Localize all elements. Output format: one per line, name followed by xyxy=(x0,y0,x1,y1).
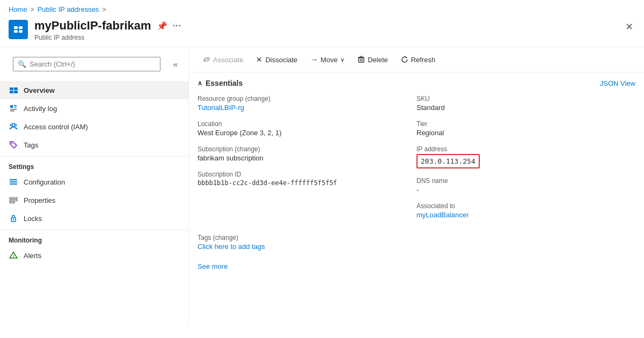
svg-point-19 xyxy=(13,219,14,220)
tier-item: Tier Regional xyxy=(416,117,635,142)
svg-rect-1 xyxy=(14,105,17,106)
search-input[interactable] xyxy=(30,60,156,68)
subscription-item: Subscription (change) fabrikam subscript… xyxy=(197,142,416,167)
collapse-sidebar-button[interactable]: « xyxy=(169,57,182,71)
overview-icon xyxy=(9,85,18,95)
access-control-icon xyxy=(9,122,18,131)
associated-to-label: Associated to xyxy=(416,202,635,210)
page-header: myPublicIP-fabrikam 📌 ··· Public IP addr… xyxy=(0,17,644,47)
svg-marker-30 xyxy=(406,56,407,58)
essentials-chevron-icon: ∧ xyxy=(197,79,202,87)
tier-value: Regional xyxy=(416,129,635,137)
sidebar-item-activity-log[interactable]: Activity log xyxy=(0,99,188,117)
associated-to-item: Associated to myLoadBalancer xyxy=(416,199,635,224)
sidebar-item-configuration[interactable]: Configuration xyxy=(0,173,188,191)
svg-rect-13 xyxy=(14,181,15,183)
breadcrumb-sep1: > xyxy=(31,6,34,13)
svg-rect-15 xyxy=(10,197,17,199)
sku-item: SKU Standard xyxy=(416,92,635,117)
svg-rect-2 xyxy=(14,107,17,108)
associated-to-value[interactable]: myLoadBalancer xyxy=(416,211,469,219)
location-label: Location xyxy=(197,120,416,128)
associate-label: Associate xyxy=(213,56,243,64)
svg-rect-3 xyxy=(10,109,17,110)
sidebar-item-overview[interactable]: Overview xyxy=(0,81,188,99)
essentials-header: ∧ Essentials JSON View xyxy=(189,72,644,92)
activity-log-icon xyxy=(9,104,18,113)
sku-label: SKU xyxy=(416,95,635,102)
subscription-label: Subscription (change) xyxy=(197,145,416,153)
resource-type: Public IP address xyxy=(34,34,623,41)
toolbar: Associate ✕ Dissociate → Move ∨ Delete R… xyxy=(189,47,644,72)
refresh-label: Refresh xyxy=(411,56,436,64)
tags-icon xyxy=(9,140,18,150)
tier-label: Tier xyxy=(416,120,635,128)
sidebar-item-locks[interactable]: Locks xyxy=(0,209,188,227)
sidebar-item-access-control-label: Access control (IAM) xyxy=(24,123,88,131)
sidebar-item-properties-label: Properties xyxy=(24,196,55,204)
tags-section: Tags (change) Click here to add tags xyxy=(189,229,644,256)
sidebar-item-alerts-label: Alerts xyxy=(24,252,41,260)
resource-group-label: Resource group (change) xyxy=(197,95,416,102)
essentials-title-text: Essentials xyxy=(206,79,243,87)
main-content: Associate ✕ Dissociate → Move ∨ Delete R… xyxy=(189,47,644,326)
resource-icon xyxy=(9,20,28,39)
essentials-title-row: ∧ Essentials xyxy=(197,79,243,87)
settings-section-header: Settings xyxy=(0,156,188,173)
svg-rect-10 xyxy=(10,181,17,182)
sidebar-item-tags[interactable]: Tags xyxy=(0,136,188,154)
svg-rect-11 xyxy=(10,183,17,185)
delete-button[interactable]: Delete xyxy=(352,53,393,67)
move-icon: → xyxy=(310,55,318,64)
svg-rect-17 xyxy=(10,202,14,203)
sidebar-item-locks-label: Locks xyxy=(24,215,42,223)
svg-rect-16 xyxy=(10,200,17,201)
move-label: Move xyxy=(320,56,338,64)
monitoring-section-header: Monitoring xyxy=(0,230,188,246)
delete-label: Delete xyxy=(368,56,388,64)
svg-point-22 xyxy=(208,58,210,60)
svg-point-8 xyxy=(11,143,12,144)
dns-name-value: - xyxy=(416,186,635,194)
search-icon: 🔍 xyxy=(18,60,26,68)
associate-button[interactable]: Associate xyxy=(197,53,248,67)
properties-icon xyxy=(9,195,18,205)
breadcrumb-sep2: > xyxy=(102,6,106,13)
svg-rect-0 xyxy=(10,105,13,108)
location-item: Location West Europe (Zone 3, 2, 1) xyxy=(197,117,416,142)
essentials-col-right: SKU Standard Tier Regional IP address 20… xyxy=(416,92,635,224)
resource-group-value[interactable]: TutorialLBIP-rg xyxy=(197,104,244,112)
sidebar-item-properties[interactable]: Properties xyxy=(0,191,188,209)
resource-title-row: myPublicIP-fabrikam 📌 ··· xyxy=(34,19,623,33)
sidebar-item-overview-label: Overview xyxy=(24,86,55,94)
add-tags-link[interactable]: Click here to add tags xyxy=(197,243,265,251)
tags-label: Tags (change) xyxy=(197,234,635,241)
main-layout: 🔍 « Overview Activity log Access control… xyxy=(0,47,644,326)
move-chevron-icon: ∨ xyxy=(340,56,345,63)
sidebar-item-alerts[interactable]: ! Alerts xyxy=(0,246,188,264)
sidebar-item-access-control[interactable]: Access control (IAM) xyxy=(0,117,188,136)
location-value: West Europe (Zone 3, 2, 1) xyxy=(197,129,416,137)
svg-rect-12 xyxy=(11,179,12,181)
json-view-link[interactable]: JSON View xyxy=(600,79,635,87)
move-button[interactable]: → Move ∨ xyxy=(305,53,350,67)
subscription-id-label: Subscription ID xyxy=(197,171,416,178)
breadcrumb-public-ips[interactable]: Public IP addresses xyxy=(38,5,99,13)
sidebar-item-tags-label: Tags xyxy=(24,141,38,149)
see-more-link[interactable]: See more xyxy=(189,262,644,270)
alerts-icon: ! xyxy=(9,251,18,260)
sidebar-item-activity-log-label: Activity log xyxy=(24,105,57,113)
close-button[interactable]: ✕ xyxy=(623,19,635,35)
dissociate-button[interactable]: ✕ Dissociate xyxy=(251,53,303,67)
dissociate-icon: ✕ xyxy=(256,55,262,64)
ip-address-item: IP address 203.0.113.254 xyxy=(416,142,635,174)
dns-name-label: DNS name xyxy=(416,177,635,185)
ip-address-label: IP address xyxy=(416,145,635,153)
pin-icon[interactable]: 📌 xyxy=(157,21,167,31)
refresh-button[interactable]: Refresh xyxy=(396,53,441,67)
breadcrumb: Home > Public IP addresses > xyxy=(0,0,644,17)
svg-rect-26 xyxy=(360,56,362,57)
ellipsis-icon[interactable]: ··· xyxy=(173,21,181,31)
breadcrumb-home[interactable]: Home xyxy=(9,5,27,13)
associate-icon xyxy=(203,56,210,63)
